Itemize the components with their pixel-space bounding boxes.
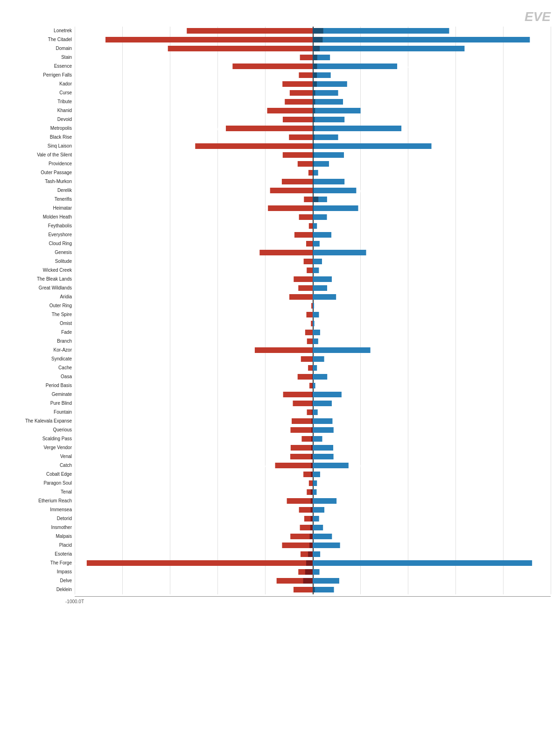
export-label: 89.37T <box>335 589 346 592</box>
region-label: Venal <box>9 454 75 459</box>
import-label: -151.62T <box>262 580 276 583</box>
export-label: 72.85T <box>331 56 342 60</box>
net-bar <box>311 436 313 442</box>
import-label: -83.38T <box>280 402 292 406</box>
table-row: Khanid-191.14T201.22T <box>9 106 551 115</box>
bar-svg-container: -129.61T133.73T <box>75 178 551 185</box>
table-row: Immensea-57.58T49.09T <box>9 506 551 514</box>
net-bar <box>311 454 313 459</box>
table-row: Outer Ring-5.60T5.78T <box>9 302 551 310</box>
import-label: -24.79T <box>294 491 306 494</box>
region-label: Catch <box>9 463 75 468</box>
net-bar <box>312 356 313 362</box>
region-label: Lonetrek <box>9 28 75 33</box>
table-row: Period Basis-13.74T10.91T <box>9 381 551 390</box>
export-label: 60.77T <box>328 287 339 290</box>
export-label: 912.47T <box>531 39 543 42</box>
export-label: 573.47T <box>450 30 463 33</box>
net-bar <box>311 445 313 451</box>
export-bar <box>313 268 319 273</box>
export-bar <box>313 241 320 247</box>
export-bar <box>313 276 332 282</box>
region-label: Immensea <box>9 507 75 512</box>
import-label: -80.51T <box>281 589 293 592</box>
import-label: -24.37T <box>294 411 306 415</box>
table-row: Scalding Pass-46.18T40.28T <box>9 435 551 443</box>
export-label: 31.27T <box>321 473 332 477</box>
region-label: Derelik <box>9 188 75 193</box>
export-bar <box>313 454 334 459</box>
table-row: Querious-93.20T87.85T <box>9 426 551 434</box>
export-label: 28.56T <box>321 571 331 574</box>
bar-svg-container: -26.42T26.44T <box>75 311 551 318</box>
export-bar <box>313 188 356 193</box>
export-bar <box>313 294 336 300</box>
export-label: 355.05T <box>398 65 411 69</box>
export-label: 107.00T <box>339 136 352 140</box>
bar-svg-container: -99.52T107.00T <box>75 134 551 141</box>
net-bar <box>313 63 317 69</box>
bar-svg-container: -493.52T499.07T <box>75 142 551 150</box>
import-label: -53.73T <box>287 527 299 530</box>
import-label: -15.97T <box>296 482 308 486</box>
table-row: Cobalt Edge-39.05T31.27T <box>9 470 551 479</box>
import-label: -117.20T <box>271 101 284 104</box>
export-label: 87.54T <box>335 456 345 459</box>
import-bar <box>268 205 313 211</box>
net-bar <box>305 569 313 575</box>
region-label: Fade <box>9 330 75 335</box>
table-row: Metropolis-364.74T372.75T <box>9 124 551 133</box>
export-label: 372.75T <box>402 127 415 131</box>
import-label: -49.52T <box>288 358 300 361</box>
import-bar <box>299 214 313 220</box>
export-label: 80.34T <box>333 402 343 406</box>
export-label: 59.82T <box>328 216 339 219</box>
bar-svg-container: -63.12T68.55T <box>75 160 551 168</box>
export-label: 638.09T <box>465 48 478 51</box>
import-bar <box>294 276 313 282</box>
bar-svg-container: -870.54T912.47T <box>75 36 551 43</box>
import-label: -17.78T <box>296 172 308 175</box>
import-bar <box>267 108 313 113</box>
bar-svg-container: -16.05T18.13T <box>75 222 551 230</box>
export-bar <box>313 374 327 380</box>
export-label: 31.28T <box>321 331 332 335</box>
region-label: Geminate <box>9 392 75 397</box>
export-label: 60.52T <box>328 198 339 202</box>
export-bar <box>313 383 315 388</box>
net-bar <box>311 516 313 521</box>
import-label: -96.41T <box>277 92 289 95</box>
export-bar <box>313 205 358 211</box>
bar-svg-container: -49.52T48.34T <box>75 355 551 363</box>
net-bar <box>313 197 318 202</box>
export-label: 18.12T <box>318 482 329 486</box>
import-bar <box>301 356 313 362</box>
export-label: 100.26T <box>337 500 350 503</box>
region-label: Vale of the Silent <box>9 152 75 157</box>
region-label: Heimatar <box>9 205 75 211</box>
bar-svg-container: -529.01T573.47T <box>75 27 551 35</box>
export-label: 131.37T <box>345 154 357 157</box>
export-label: 921.92T <box>533 562 546 565</box>
import-bar <box>232 63 313 69</box>
import-label: -949.30T <box>75 562 86 565</box>
region-label: Curse <box>9 90 75 95</box>
x-axis-tick: -1000.0T <box>65 596 84 604</box>
export-bar <box>313 489 316 495</box>
net-bar <box>313 241 313 247</box>
bar-svg-container: -608.39T638.09T <box>75 45 551 52</box>
region-label: Wicked Creek <box>9 268 75 273</box>
net-bar <box>312 392 313 397</box>
net-bar <box>313 99 315 105</box>
export-label: 16.64T <box>318 491 329 494</box>
net-bar <box>313 117 315 122</box>
export-bar <box>313 152 344 158</box>
import-label: -31.62T <box>293 331 304 335</box>
import-bar <box>306 241 313 247</box>
net-bar <box>313 205 314 211</box>
bar-svg-container: -24.37T21.01T <box>75 409 551 416</box>
table-row: Esoteria-51.02T31.57T <box>9 550 551 558</box>
import-bar <box>292 418 313 424</box>
region-label: Black Rise <box>9 134 75 140</box>
import-label: -124.24T <box>269 394 282 397</box>
